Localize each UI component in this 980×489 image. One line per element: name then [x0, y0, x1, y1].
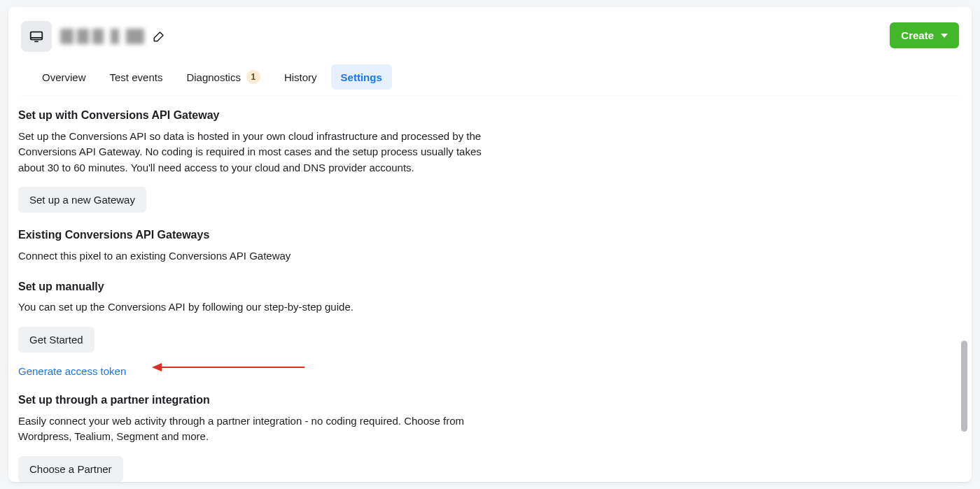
create-button-label: Create: [901, 29, 934, 41]
tab-overview[interactable]: Overview: [32, 64, 96, 90]
section-title: Set up manually: [18, 280, 508, 295]
choose-partner-button[interactable]: Choose a Partner: [18, 456, 123, 482]
section-desc: Connect this pixel to an existing Conver…: [18, 248, 508, 264]
scrollbar-thumb[interactable]: [961, 341, 967, 432]
section-partner: Set up through a partner integration Eas…: [18, 393, 508, 482]
tab-test-events[interactable]: Test events: [100, 64, 173, 90]
tabs: Overview Test events Diagnostics 1 Histo…: [21, 64, 959, 96]
data-source-icon: [21, 21, 52, 52]
edit-name-icon[interactable]: [153, 30, 165, 43]
tab-label: Test events: [110, 71, 163, 83]
section-title: Existing Conversions API Gateways: [18, 228, 508, 243]
generate-access-token-link[interactable]: Generate access token: [18, 365, 126, 377]
tab-label: Overview: [42, 71, 86, 83]
tab-settings[interactable]: Settings: [331, 64, 392, 90]
settings-panel: Create Overview Test events Diagnostics …: [8, 7, 972, 482]
section-existing-gateways: Existing Conversions API Gateways Connec…: [18, 228, 508, 264]
section-desc: Easily connect your web activity through…: [18, 413, 508, 445]
setup-new-gateway-button[interactable]: Set up a new Gateway: [18, 187, 146, 213]
data-source-name-redacted: [60, 29, 144, 44]
panel-body: Set up with Conversions API Gateway Set …: [8, 96, 972, 482]
section-desc: Set up the Conversions API so data is ho…: [18, 129, 508, 176]
section-desc: You can set up the Conversions API by fo…: [18, 299, 508, 316]
tab-diagnostics[interactable]: Diagnostics 1: [176, 64, 270, 90]
panel-header: Create Overview Test events Diagnostics …: [8, 7, 972, 96]
tab-label: Settings: [341, 71, 382, 83]
tab-label: History: [284, 71, 317, 83]
tab-history[interactable]: History: [274, 64, 327, 90]
section-gateway: Set up with Conversions API Gateway Set …: [18, 108, 508, 213]
get-started-button[interactable]: Get Started: [18, 327, 94, 353]
svg-rect-0: [31, 32, 43, 40]
create-button[interactable]: Create: [890, 22, 959, 48]
tab-label: Diagnostics: [186, 71, 241, 83]
section-manual: Set up manually You can set up the Conve…: [18, 280, 508, 378]
chevron-down-icon: [941, 34, 948, 38]
section-title: Set up through a partner integration: [18, 393, 508, 408]
section-title: Set up with Conversions API Gateway: [18, 108, 508, 123]
diagnostics-badge: 1: [246, 70, 260, 84]
